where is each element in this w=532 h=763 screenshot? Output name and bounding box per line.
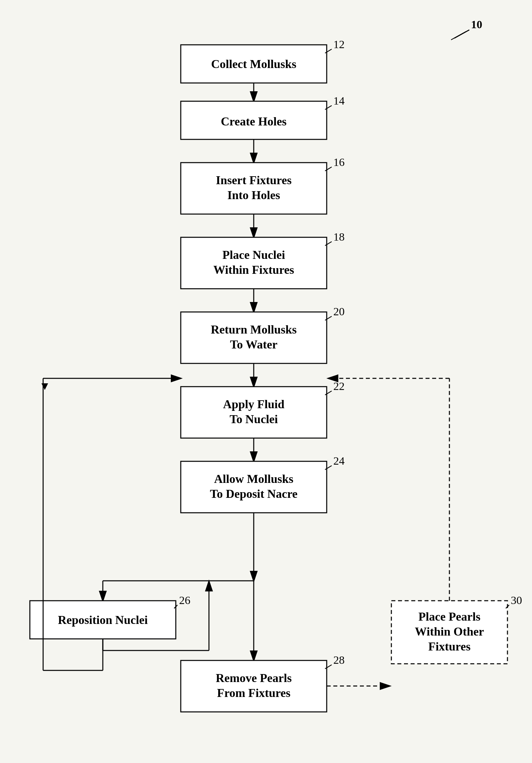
ref-24: 24 (333, 455, 345, 467)
ref-18: 18 (333, 231, 345, 243)
node-place-nuclei-label2: Within Fixtures (213, 263, 294, 276)
ref-14: 14 (333, 95, 345, 107)
node-place-pearls-label3: Fixtures (428, 640, 470, 653)
ref-16: 16 (333, 156, 345, 168)
svg-marker-35 (42, 383, 48, 390)
ref-26: 26 (179, 594, 190, 606)
ref-22: 22 (333, 380, 345, 392)
node-place-nuclei-label1: Place Nuclei (222, 248, 285, 262)
node-create-holes-label: Create Holes (221, 115, 287, 128)
node-return-mollusks-label2: To Water (230, 338, 277, 351)
ref-30: 30 (511, 594, 522, 606)
node-insert-fixtures-label2: Into Holes (227, 188, 280, 202)
node-apply-fluid-label1: Apply Fluid (223, 397, 284, 411)
node-allow-mollusks-label1: Allow Mollusks (214, 472, 293, 486)
node-insert-fixtures-label1: Insert Fixtures (216, 173, 292, 187)
ref-10: 10 (471, 18, 482, 31)
diagram-container: 10 Collect Mollusks 12 Create Holes 14 I… (0, 0, 532, 763)
node-reposition-nuclei-label: Reposition Nuclei (58, 613, 147, 627)
node-collect-mollusks-label: Collect Mollusks (211, 57, 297, 71)
node-remove-pearls-label1: Remove Pearls (216, 671, 292, 685)
node-place-pearls-label2: Within Other (415, 625, 484, 638)
node-return-mollusks-label1: Return Mollusks (211, 323, 297, 336)
ref-28: 28 (333, 654, 345, 666)
node-apply-fluid-label2: To Nuclei (229, 412, 278, 426)
ref-20: 20 (333, 305, 345, 318)
node-allow-mollusks-label2: To Deposit Nacre (210, 487, 298, 500)
ref-12: 12 (333, 38, 345, 51)
node-remove-pearls-label2: From Fixtures (217, 686, 291, 700)
node-place-pearls-label1: Place Pearls (418, 610, 481, 623)
svg-line-36 (451, 32, 466, 40)
